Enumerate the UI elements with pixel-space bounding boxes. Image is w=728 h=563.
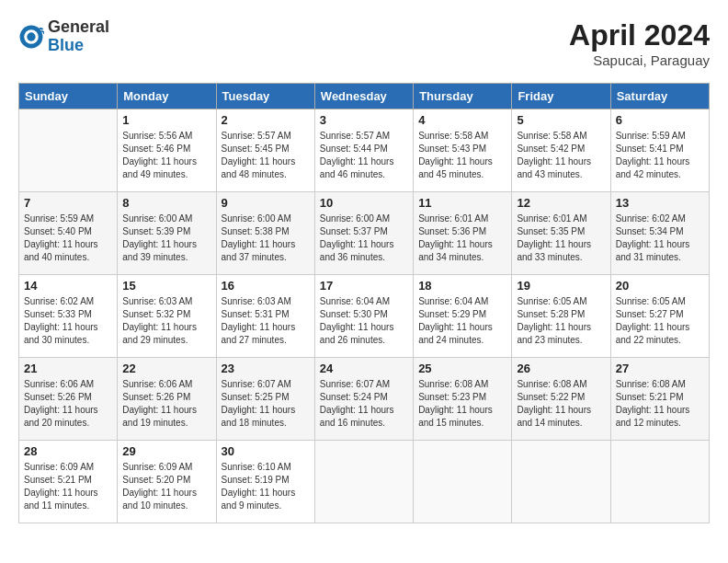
day-number: 19 (517, 279, 605, 293)
calendar-cell: 1Sunrise: 5:56 AM Sunset: 5:46 PM Daylig… (118, 109, 216, 192)
day-number: 15 (122, 279, 210, 293)
day-number: 3 (320, 113, 408, 127)
day-number: 23 (222, 362, 310, 375)
calendar-cell: 27Sunrise: 6:08 AM Sunset: 5:21 PM Dayli… (610, 358, 709, 441)
week-row-1: 1Sunrise: 5:56 AM Sunset: 5:46 PM Daylig… (19, 109, 710, 192)
calendar-cell: 3Sunrise: 5:57 AM Sunset: 5:44 PM Daylig… (314, 109, 413, 192)
calendar-cell: 20Sunrise: 6:05 AM Sunset: 5:27 PM Dayli… (610, 275, 709, 358)
calendar-cell: 6Sunrise: 5:59 AM Sunset: 5:41 PM Daylig… (610, 109, 709, 192)
day-info: Sunrise: 6:02 AM Sunset: 5:34 PM Dayligh… (616, 213, 704, 264)
day-number: 8 (122, 196, 210, 210)
day-number: 14 (24, 279, 112, 293)
month-title: April 2024 (569, 18, 710, 52)
day-info: Sunrise: 6:06 AM Sunset: 5:26 PM Dayligh… (24, 378, 112, 430)
day-number: 13 (616, 196, 704, 210)
day-info: Sunrise: 6:01 AM Sunset: 5:36 PM Dayligh… (418, 213, 506, 264)
day-info: Sunrise: 6:09 AM Sunset: 5:21 PM Dayligh… (24, 461, 112, 512)
day-number: 7 (24, 196, 112, 210)
logo: General Blue (18, 18, 109, 55)
day-number: 11 (418, 196, 506, 210)
day-number: 21 (24, 362, 112, 375)
day-number: 16 (222, 279, 310, 293)
logo-blue-text: Blue (48, 36, 84, 54)
day-number: 4 (418, 113, 506, 127)
calendar-cell (610, 441, 709, 523)
day-info: Sunrise: 6:03 AM Sunset: 5:31 PM Dayligh… (222, 295, 310, 347)
calendar-cell: 9Sunrise: 6:00 AM Sunset: 5:38 PM Daylig… (216, 192, 314, 275)
calendar-cell: 4Sunrise: 5:58 AM Sunset: 5:43 PM Daylig… (414, 109, 512, 192)
calendar-cell: 10Sunrise: 6:00 AM Sunset: 5:37 PM Dayli… (314, 192, 413, 275)
logo-general-text: General (48, 17, 109, 36)
calendar-cell: 13Sunrise: 6:02 AM Sunset: 5:34 PM Dayli… (610, 192, 709, 275)
day-number: 2 (222, 113, 310, 127)
day-info: Sunrise: 6:02 AM Sunset: 5:33 PM Dayligh… (24, 295, 112, 347)
day-info: Sunrise: 6:08 AM Sunset: 5:22 PM Dayligh… (517, 378, 605, 430)
col-header-saturday: Saturday (610, 84, 709, 109)
day-number: 30 (222, 444, 310, 458)
location-subtitle: Sapucai, Paraguay (569, 52, 710, 68)
day-number: 1 (122, 113, 210, 127)
calendar-cell (414, 441, 512, 523)
col-header-sunday: Sunday (19, 84, 118, 109)
calendar-cell: 28Sunrise: 6:09 AM Sunset: 5:21 PM Dayli… (19, 441, 118, 523)
calendar-cell: 8Sunrise: 6:00 AM Sunset: 5:39 PM Daylig… (118, 192, 216, 275)
day-info: Sunrise: 6:10 AM Sunset: 5:19 PM Dayligh… (222, 461, 310, 512)
week-row-2: 7Sunrise: 5:59 AM Sunset: 5:40 PM Daylig… (19, 192, 710, 275)
week-row-3: 14Sunrise: 6:02 AM Sunset: 5:33 PM Dayli… (19, 275, 710, 358)
week-row-4: 21Sunrise: 6:06 AM Sunset: 5:26 PM Dayli… (19, 358, 710, 441)
col-header-wednesday: Wednesday (314, 84, 413, 109)
day-info: Sunrise: 6:07 AM Sunset: 5:25 PM Dayligh… (222, 378, 310, 430)
day-info: Sunrise: 6:05 AM Sunset: 5:27 PM Dayligh… (616, 295, 704, 347)
calendar-cell: 24Sunrise: 6:07 AM Sunset: 5:24 PM Dayli… (314, 358, 413, 441)
day-info: Sunrise: 6:07 AM Sunset: 5:24 PM Dayligh… (320, 378, 408, 430)
col-header-monday: Monday (118, 84, 216, 109)
calendar-cell (314, 441, 413, 523)
day-number: 25 (418, 362, 506, 375)
calendar-cell: 18Sunrise: 6:04 AM Sunset: 5:29 PM Dayli… (414, 275, 512, 358)
day-info: Sunrise: 6:09 AM Sunset: 5:20 PM Dayligh… (122, 461, 210, 512)
calendar-cell (19, 109, 118, 192)
day-info: Sunrise: 5:58 AM Sunset: 5:42 PM Dayligh… (517, 130, 605, 181)
day-number: 29 (122, 444, 210, 458)
day-info: Sunrise: 5:59 AM Sunset: 5:41 PM Dayligh… (616, 130, 704, 181)
day-number: 20 (616, 279, 704, 293)
calendar-cell: 5Sunrise: 5:58 AM Sunset: 5:42 PM Daylig… (512, 109, 610, 192)
day-info: Sunrise: 5:57 AM Sunset: 5:44 PM Dayligh… (320, 130, 408, 181)
day-info: Sunrise: 6:00 AM Sunset: 5:39 PM Dayligh… (122, 213, 210, 264)
day-number: 26 (517, 362, 605, 375)
calendar-cell: 14Sunrise: 6:02 AM Sunset: 5:33 PM Dayli… (19, 275, 118, 358)
day-number: 10 (320, 196, 408, 210)
day-info: Sunrise: 6:05 AM Sunset: 5:28 PM Dayligh… (517, 295, 605, 347)
page-header: General Blue April 2024 Sapucai, Paragua… (18, 18, 710, 68)
calendar-cell: 2Sunrise: 5:57 AM Sunset: 5:45 PM Daylig… (216, 109, 314, 192)
calendar-cell: 12Sunrise: 6:01 AM Sunset: 5:35 PM Dayli… (512, 192, 610, 275)
day-info: Sunrise: 6:00 AM Sunset: 5:37 PM Dayligh… (320, 213, 408, 264)
calendar-cell: 22Sunrise: 6:06 AM Sunset: 5:26 PM Dayli… (118, 358, 216, 441)
day-info: Sunrise: 5:58 AM Sunset: 5:43 PM Dayligh… (418, 130, 506, 181)
day-number: 24 (320, 362, 408, 375)
day-number: 6 (616, 113, 704, 127)
day-info: Sunrise: 6:03 AM Sunset: 5:32 PM Dayligh… (122, 295, 210, 347)
calendar-cell: 29Sunrise: 6:09 AM Sunset: 5:20 PM Dayli… (118, 441, 216, 523)
day-number: 9 (222, 196, 310, 210)
col-header-friday: Friday (512, 84, 610, 109)
day-number: 12 (517, 196, 605, 210)
week-row-5: 28Sunrise: 6:09 AM Sunset: 5:21 PM Dayli… (19, 441, 710, 523)
title-block: April 2024 Sapucai, Paraguay (569, 18, 710, 68)
svg-point-2 (27, 32, 35, 40)
calendar-cell: 7Sunrise: 5:59 AM Sunset: 5:40 PM Daylig… (19, 192, 118, 275)
day-number: 27 (616, 362, 704, 375)
calendar-cell (512, 441, 610, 523)
day-number: 18 (418, 279, 506, 293)
calendar-cell: 25Sunrise: 6:08 AM Sunset: 5:23 PM Dayli… (414, 358, 512, 441)
day-info: Sunrise: 6:01 AM Sunset: 5:35 PM Dayligh… (517, 213, 605, 264)
day-info: Sunrise: 6:08 AM Sunset: 5:21 PM Dayligh… (616, 378, 704, 430)
day-number: 22 (122, 362, 210, 375)
day-number: 17 (320, 279, 408, 293)
day-info: Sunrise: 6:06 AM Sunset: 5:26 PM Dayligh… (122, 378, 210, 430)
calendar-cell: 26Sunrise: 6:08 AM Sunset: 5:22 PM Dayli… (512, 358, 610, 441)
col-header-tuesday: Tuesday (216, 84, 314, 109)
calendar-cell: 17Sunrise: 6:04 AM Sunset: 5:30 PM Dayli… (314, 275, 413, 358)
day-info: Sunrise: 6:04 AM Sunset: 5:29 PM Dayligh… (418, 295, 506, 347)
day-info: Sunrise: 5:57 AM Sunset: 5:45 PM Dayligh… (222, 130, 310, 181)
